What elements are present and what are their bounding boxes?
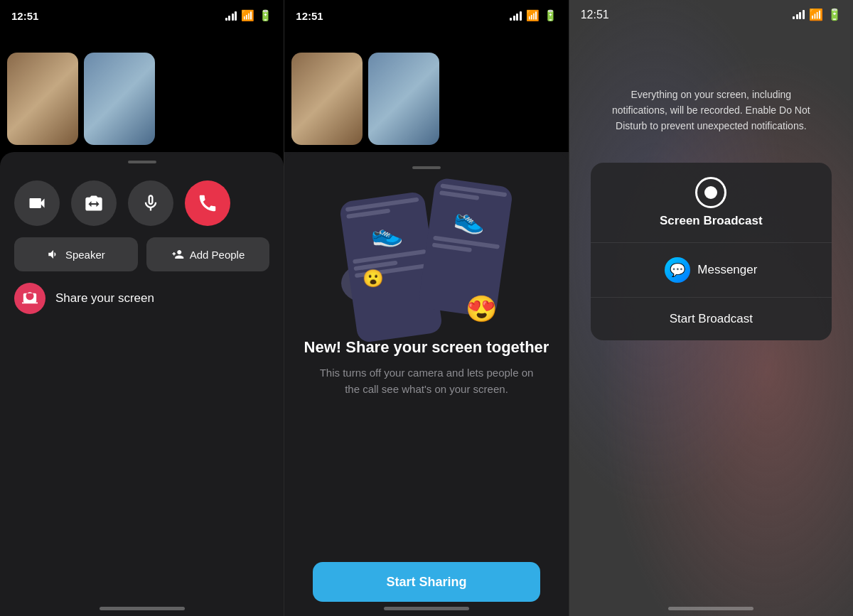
time-3: 12:51 <box>581 9 609 21</box>
wifi-icon-2: 📶 <box>526 9 540 22</box>
video-thumb-1 <box>7 53 78 145</box>
flip-camera-icon <box>84 193 104 213</box>
speaker-button[interactable]: Speaker <box>14 237 138 271</box>
add-people-button[interactable]: Add People <box>146 237 270 271</box>
wifi-icon-3: 📶 <box>809 8 823 21</box>
panel-broadcast: 12:51 📶 🔋 Everything on your screen, inc… <box>569 0 853 616</box>
video-thumb-3 <box>291 53 363 145</box>
video-thumb-4 <box>368 53 439 145</box>
speaker-icon <box>47 248 60 261</box>
video-icon <box>27 193 47 213</box>
start-broadcast-label: Start Broadcast <box>670 312 753 326</box>
microphone-icon <box>141 193 161 213</box>
time-2: 12:51 <box>296 10 323 22</box>
home-indicator-1 <box>100 607 185 610</box>
broadcast-notice: Everything on your screen, including not… <box>611 87 810 134</box>
share-screen-icon-circle <box>14 283 45 314</box>
battery-icon-1: 🔋 <box>259 9 272 22</box>
share-screen-icon <box>22 291 38 306</box>
mute-button[interactable] <box>128 180 173 226</box>
call-sheet: Speaker Add People Share your screen <box>0 152 284 616</box>
sheet-handle-2 <box>412 166 441 169</box>
status-bar-1: 12:51 📶 🔋 <box>0 0 284 31</box>
share-content: 👟 👟 😍 😮 New! Share your screen t <box>284 152 568 616</box>
video-toggle-button[interactable] <box>14 180 60 226</box>
add-people-icon <box>171 248 184 261</box>
share-description: This turns off your camera and lets peop… <box>299 365 554 397</box>
end-call-icon <box>197 193 218 214</box>
status-right-1: 📶 🔋 <box>225 9 273 22</box>
messenger-label: Messenger <box>697 263 757 277</box>
share-title: New! Share your screen together <box>304 338 549 357</box>
video-thumbnails-2 <box>284 31 568 152</box>
share-screen-label: Share your screen <box>55 291 154 306</box>
share-illustration: 👟 👟 😍 😮 <box>341 182 512 324</box>
battery-icon-3: 🔋 <box>827 8 842 21</box>
call-actions: Speaker Add People <box>14 237 269 271</box>
panel-share: 12:51 📶 🔋 <box>284 0 568 616</box>
start-broadcast-option[interactable]: Start Broadcast <box>591 298 832 340</box>
start-sharing-button[interactable]: Start Sharing <box>313 562 540 602</box>
screen-broadcast-option[interactable]: Screen Broadcast <box>591 163 832 243</box>
broadcast-card: Screen Broadcast 💬 Messenger Start Broad… <box>591 163 832 340</box>
wifi-icon-1: 📶 <box>241 9 254 22</box>
status-right-2: 📶 🔋 <box>510 9 557 22</box>
emoji-face: 😍 <box>466 294 498 324</box>
record-dot <box>704 186 717 199</box>
signal-icon-2 <box>510 11 522 21</box>
record-icon <box>695 177 726 208</box>
add-people-label: Add People <box>190 249 245 261</box>
sheet-handle <box>128 161 156 163</box>
status-left-1: 12:51 <box>11 10 38 22</box>
video-thumb-2 <box>84 53 155 145</box>
end-call-button[interactable] <box>185 180 230 226</box>
call-controls <box>14 180 269 226</box>
screen-broadcast-label: Screen Broadcast <box>660 214 763 228</box>
battery-icon-2: 🔋 <box>544 9 557 22</box>
speaker-label: Speaker <box>65 249 105 261</box>
status-right-3: 📶 🔋 <box>793 8 842 21</box>
messenger-option[interactable]: 💬 Messenger <box>591 243 832 298</box>
panel-facetime: 12:51 📶 🔋 <box>0 0 284 616</box>
status-bar-2: 12:51 📶 🔋 <box>284 0 568 31</box>
status-bar-3: 12:51 📶 🔋 <box>569 0 853 30</box>
flip-camera-button[interactable] <box>71 180 117 226</box>
signal-icon-1 <box>225 11 237 21</box>
emoji-shirt: 😮 <box>363 269 384 288</box>
messenger-option-inner: 💬 Messenger <box>665 257 757 283</box>
status-left-2: 12:51 <box>296 10 323 22</box>
shoe-emoji-1: 👟 <box>348 214 425 254</box>
shoe-emoji-2: 👟 <box>434 200 505 239</box>
time-1: 12:51 <box>11 10 38 22</box>
messenger-icon: 💬 <box>665 257 690 283</box>
share-screen-row[interactable]: Share your screen <box>14 283 269 314</box>
signal-icon-3 <box>793 10 805 19</box>
home-indicator-2 <box>384 607 469 610</box>
video-thumbnails-1 <box>0 31 284 152</box>
broadcast-overlay: Everything on your screen, including not… <box>569 30 853 616</box>
